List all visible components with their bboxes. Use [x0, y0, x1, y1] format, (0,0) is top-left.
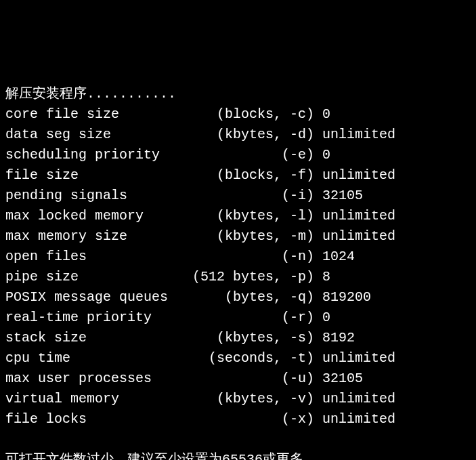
- ulimit-row: virtual memory(kbytes, -v)unlimited: [5, 389, 471, 409]
- ulimit-row: POSIX message queues(bytes, -q)819200: [5, 287, 471, 308]
- ulimit-name: max memory size: [5, 226, 192, 247]
- open-files-warning: 可打开文件数过少，建议至少设置为65536或更多。: [5, 450, 471, 460]
- ulimit-value: 8192: [314, 328, 355, 348]
- ulimit-name: scheduling priority: [5, 145, 192, 165]
- ulimit-unit: (bytes, -q): [192, 287, 314, 308]
- ulimit-value: 32105: [314, 369, 363, 389]
- ulimit-unit: (seconds, -t): [192, 348, 314, 369]
- ulimit-value: unlimited: [314, 125, 395, 145]
- ulimit-value: unlimited: [314, 389, 395, 409]
- ulimit-value: 0: [314, 308, 330, 328]
- ulimit-row: stack size(kbytes, -s)8192: [5, 328, 471, 348]
- ulimit-unit: (-e): [192, 145, 314, 165]
- ulimit-unit: (blocks, -c): [192, 104, 314, 125]
- ulimit-row: pending signals(-i)32105: [5, 186, 471, 206]
- ulimit-value: 0: [314, 145, 330, 165]
- ulimit-name: core file size: [5, 104, 192, 125]
- ulimit-row: max locked memory(kbytes, -l)unlimited: [5, 206, 471, 226]
- ulimit-name: POSIX message queues: [5, 287, 192, 308]
- extract-header: 解压安装程序...........: [5, 84, 471, 104]
- ulimit-row: file locks(-x)unlimited: [5, 409, 471, 430]
- ulimit-row: open files(-n)1024: [5, 247, 471, 267]
- ulimit-name: pipe size: [5, 267, 192, 287]
- ulimit-unit: (512 bytes, -p): [192, 267, 314, 287]
- ulimit-value: 8: [314, 267, 330, 287]
- ulimit-name: open files: [5, 247, 192, 267]
- ulimit-row: real-time priority(-r)0: [5, 308, 471, 328]
- ulimit-value: 32105: [314, 186, 363, 206]
- ulimit-name: pending signals: [5, 186, 192, 206]
- ulimit-name: max user processes: [5, 369, 192, 389]
- ulimit-name: file locks: [5, 409, 192, 430]
- ulimit-name: cpu time: [5, 348, 192, 369]
- ulimit-name: data seg size: [5, 125, 192, 145]
- ulimit-name: real-time priority: [5, 308, 192, 328]
- ulimit-name: max locked memory: [5, 206, 192, 226]
- ulimit-name: virtual memory: [5, 389, 192, 409]
- ulimit-value: 819200: [314, 287, 371, 308]
- ulimit-unit: (-r): [192, 308, 314, 328]
- ulimit-unit: (kbytes, -v): [192, 389, 314, 409]
- blank-line: [5, 430, 471, 450]
- ulimit-row: max memory size(kbytes, -m)unlimited: [5, 226, 471, 247]
- ulimit-value: unlimited: [314, 165, 395, 186]
- ulimit-value: unlimited: [314, 348, 395, 369]
- ulimit-value: unlimited: [314, 206, 395, 226]
- ulimit-row: scheduling priority(-e)0: [5, 145, 471, 165]
- ulimit-row: max user processes(-u)32105: [5, 369, 471, 389]
- ulimit-row: data seg size(kbytes, -d)unlimited: [5, 125, 471, 145]
- ulimit-value: unlimited: [314, 226, 395, 247]
- ulimit-unit: (kbytes, -l): [192, 206, 314, 226]
- terminal-output: 解压安装程序...........core file size(blocks, …: [5, 84, 471, 460]
- ulimit-value: 0: [314, 104, 330, 125]
- ulimit-unit: (kbytes, -d): [192, 125, 314, 145]
- ulimit-unit: (-i): [192, 186, 314, 206]
- ulimit-row: cpu time(seconds, -t)unlimited: [5, 348, 471, 369]
- ulimit-unit: (-x): [192, 409, 314, 430]
- ulimit-row: file size(blocks, -f)unlimited: [5, 165, 471, 186]
- ulimit-name: stack size: [5, 328, 192, 348]
- ulimit-unit: (-u): [192, 369, 314, 389]
- ulimit-unit: (blocks, -f): [192, 165, 314, 186]
- ulimit-unit: (-n): [192, 247, 314, 267]
- ulimit-row: pipe size(512 bytes, -p)8: [5, 267, 471, 287]
- ulimit-value: unlimited: [314, 409, 395, 430]
- ulimit-row: core file size(blocks, -c)0: [5, 104, 471, 125]
- ulimit-name: file size: [5, 165, 192, 186]
- ulimit-unit: (kbytes, -s): [192, 328, 314, 348]
- ulimit-value: 1024: [314, 247, 355, 267]
- ulimit-unit: (kbytes, -m): [192, 226, 314, 247]
